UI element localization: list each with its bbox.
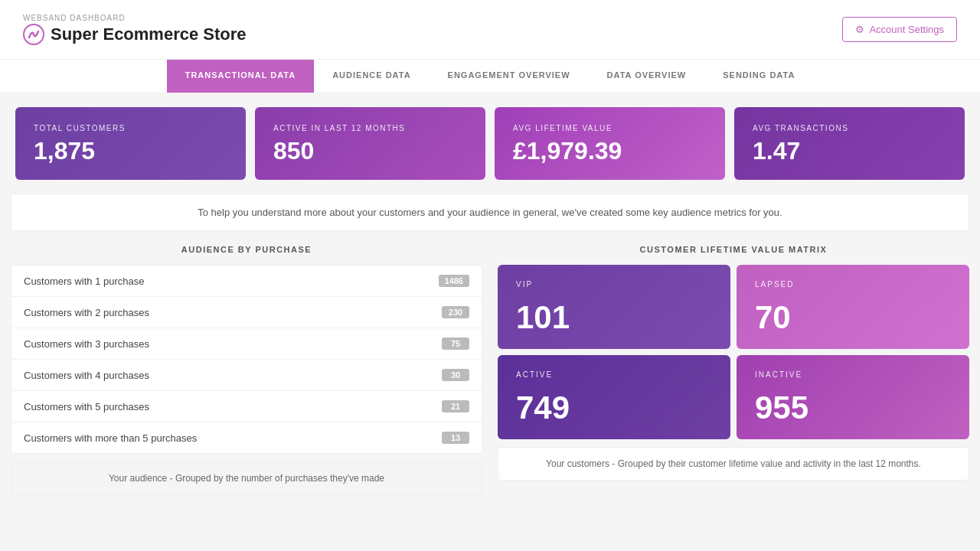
nav-item-engagement[interactable]: ENGAGEMENT OVERVIEW <box>430 60 589 93</box>
stat-card-avg-transactions: AVG TRANSACTIONS 1.47 <box>734 107 965 180</box>
stat-card-total-customers: TOTAL CUSTOMERS 1,875 <box>15 107 246 180</box>
clv-value-lapsed: 70 <box>755 302 951 334</box>
main-nav: TRANSACTIONAL DATA AUDIENCE DATA ENGAGEM… <box>0 60 980 93</box>
clv-value-inactive: 955 <box>755 392 951 424</box>
clv-footer: Your customers - Grouped by their custom… <box>498 447 969 481</box>
clv-type-active: ACTIVE <box>516 370 712 379</box>
table-row: Customers with 2 purchases 230 <box>11 297 482 328</box>
stat-card-avg-lifetime: AVG LIFETIME VALUE £1,979.39 <box>495 107 725 180</box>
clv-value-active: 749 <box>516 392 712 424</box>
nav-item-sending[interactable]: SENDING DATA <box>704 60 813 93</box>
table-row: Customers with 3 purchases 75 <box>11 328 482 360</box>
brand-label: WEBSAND DASHBOARD <box>23 14 247 22</box>
audience-section-title: AUDIENCE BY PURCHASE <box>11 245 482 254</box>
purchase-badge-2: 230 <box>442 306 469 318</box>
main-content: AUDIENCE BY PURCHASE Customers with 1 pu… <box>0 245 980 510</box>
audience-footer: Your audience - Grouped by the number of… <box>11 461 482 495</box>
clv-card-lapsed: LAPSED 70 <box>737 265 969 349</box>
brand-logo-icon <box>23 24 44 45</box>
stat-label-lifetime: AVG LIFETIME VALUE <box>513 124 707 132</box>
stat-value-transactions: 1.47 <box>753 139 946 163</box>
purchase-badge-3: 75 <box>442 337 469 350</box>
clv-type-inactive: INACTIVE <box>755 370 951 379</box>
stat-value-total: 1,875 <box>34 139 227 163</box>
audience-footer-text: Your audience - Grouped by the number of… <box>109 473 384 484</box>
stat-value-active: 850 <box>273 139 467 163</box>
header-title-row: Super Ecommerce Store <box>23 24 247 45</box>
table-row: Customers with 1 purchase 1486 <box>11 266 482 297</box>
clv-grid: VIP 101 LAPSED 70 ACTIVE 749 INACTIVE 95… <box>498 265 969 439</box>
purchase-label-3: Customers with 3 purchases <box>24 338 149 350</box>
purchase-badge-6: 13 <box>442 432 469 444</box>
purchase-badge-4: 30 <box>442 369 469 381</box>
purchase-label-4: Customers with 4 purchases <box>24 370 149 381</box>
stat-value-lifetime: £1,979.39 <box>513 139 707 163</box>
clv-card-inactive: INACTIVE 955 <box>737 355 969 439</box>
info-banner: To help you understand more about your c… <box>11 194 969 231</box>
purchase-label-2: Customers with 2 purchases <box>24 307 149 318</box>
clv-section-title: CUSTOMER LIFETIME VALUE MATRIX <box>498 245 969 254</box>
info-banner-text: To help you understand more about your c… <box>198 207 782 218</box>
clv-type-lapsed: LAPSED <box>755 280 951 289</box>
clv-panel: CUSTOMER LIFETIME VALUE MATRIX VIP 101 L… <box>498 245 969 495</box>
clv-card-vip: VIP 101 <box>498 265 730 349</box>
header-left: WEBSAND DASHBOARD Super Ecommerce Store <box>23 14 247 45</box>
page-title: Super Ecommerce Store <box>51 24 247 44</box>
account-settings-label: Account Settings <box>869 24 944 35</box>
header: WEBSAND DASHBOARD Super Ecommerce Store … <box>0 0 980 60</box>
purchase-badge-5: 21 <box>442 400 469 412</box>
stat-label-total: TOTAL CUSTOMERS <box>34 124 227 132</box>
nav-item-audience[interactable]: AUDIENCE DATA <box>314 60 429 93</box>
nav-item-transactional[interactable]: TRANSACTIONAL DATA <box>167 60 315 93</box>
purchase-label-6: Customers with more than 5 purchases <box>24 432 197 444</box>
gear-icon: ⚙ <box>855 24 864 35</box>
purchase-table: Customers with 1 purchase 1486 Customers… <box>11 265 482 454</box>
table-row: Customers with more than 5 purchases 13 <box>11 422 482 453</box>
purchase-badge-1: 1486 <box>439 275 469 287</box>
clv-type-vip: VIP <box>516 280 712 289</box>
table-row: Customers with 5 purchases 21 <box>11 391 482 422</box>
stat-label-transactions: AVG TRANSACTIONS <box>753 124 946 132</box>
stat-cards: TOTAL CUSTOMERS 1,875 ACTIVE IN LAST 12 … <box>0 93 980 194</box>
clv-card-active: ACTIVE 749 <box>498 355 730 439</box>
clv-value-vip: 101 <box>516 302 712 334</box>
purchase-label-5: Customers with 5 purchases <box>24 401 149 412</box>
account-settings-button[interactable]: ⚙ Account Settings <box>842 17 957 42</box>
purchase-label-1: Customers with 1 purchase <box>24 276 145 287</box>
audience-panel: AUDIENCE BY PURCHASE Customers with 1 pu… <box>11 245 482 495</box>
clv-footer-text: Your customers - Grouped by their custom… <box>546 458 921 469</box>
stat-label-active: ACTIVE IN LAST 12 MONTHS <box>273 124 467 132</box>
nav-item-data-overview[interactable]: DATA OVERVIEW <box>589 60 705 93</box>
table-row: Customers with 4 purchases 30 <box>11 360 482 391</box>
stat-card-active-12m: ACTIVE IN LAST 12 MONTHS 850 <box>255 107 485 180</box>
